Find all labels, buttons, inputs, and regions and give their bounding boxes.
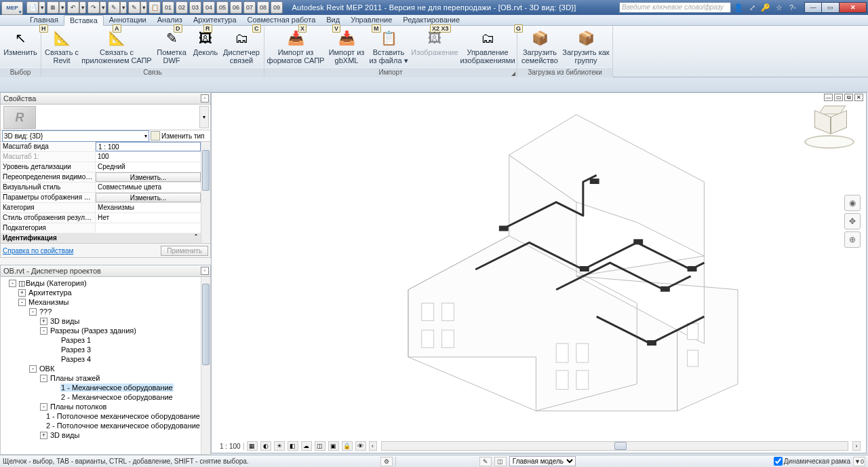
property-row[interactable]: Параметры отображения гр...Изменить...	[1, 193, 201, 203]
infocenter-icon[interactable]: 👤	[732, 1, 745, 14]
qat-button-5[interactable]: ✎	[128, 1, 140, 14]
shadows-icon[interactable]: ◧	[288, 441, 298, 451]
browser-scrollbar[interactable]	[201, 277, 210, 454]
ribbon-button[interactable]: ↖Изменить	[1, 26, 39, 67]
tree-twisty-icon[interactable]: -	[29, 365, 37, 373]
lock-icon[interactable]: 🔒	[342, 441, 353, 451]
qat-dropdown-1[interactable]: ▾	[59, 1, 66, 14]
property-value[interactable]: Изменить...	[96, 193, 201, 202]
ribbon-button[interactable]: 📥Импорт изформатов САПР	[266, 26, 326, 67]
ribbon-button[interactable]: 📦Загрузить какгруппу	[561, 26, 611, 67]
tab-Редактирование[interactable]: Редактирование	[397, 15, 465, 25]
qat-dropdown-5[interactable]: ▾	[140, 1, 147, 14]
qat-button-2[interactable]: ↶	[67, 1, 79, 14]
view-hscrollbar[interactable]	[381, 441, 848, 451]
tab-Аннотации[interactable]: Аннотации	[104, 15, 152, 25]
tree-item[interactable]: Разрез 1	[1, 335, 201, 345]
qat-button-7[interactable]: 01	[162, 1, 174, 14]
ribbon-button[interactable]: 📐Связать сприложением САПР	[81, 26, 153, 67]
status-editable-icon[interactable]: ✎	[479, 457, 492, 466]
tab-Анализ[interactable]: Анализ	[152, 15, 188, 25]
tree-item[interactable]: -Разрезы (Разрез здания)	[1, 326, 201, 335]
app-menu-button[interactable]: MEP	[1, 1, 23, 15]
qat-button-6[interactable]: 📋	[149, 1, 161, 14]
view-max-icon[interactable]: ▭	[834, 94, 843, 101]
minimize-button[interactable]: —	[804, 2, 822, 13]
view-min-icon[interactable]: —	[824, 94, 833, 101]
property-row[interactable]: Визуальный стильСовместимые цвета	[1, 183, 201, 193]
render-icon[interactable]: ☁	[301, 441, 312, 451]
qat-dropdown-3[interactable]: ▾	[100, 1, 106, 14]
exchange-icon[interactable]: ⤢	[746, 1, 758, 14]
status-worksets-icon[interactable]: ⚙	[380, 457, 393, 466]
qat-button-14[interactable]: 08	[257, 1, 269, 14]
favorite-icon[interactable]: ☆	[773, 1, 785, 14]
status-design-options-icon[interactable]: ◫	[494, 457, 507, 466]
tree-item[interactable]: -Планы этажей	[1, 373, 201, 383]
close-button[interactable]: ✕	[840, 2, 867, 13]
ribbon-button[interactable]: 🖼Деколь	[191, 26, 220, 67]
tree-item[interactable]: 2 - Потолочное механическое оборудование	[1, 421, 201, 430]
qat-button-1[interactable]: 🗎	[47, 1, 59, 14]
properties-scrollbar[interactable]	[201, 142, 210, 243]
tab-Главная[interactable]: Главная	[24, 15, 64, 25]
tree-twisty-icon[interactable]: +	[18, 289, 26, 297]
property-value[interactable]: Нет	[96, 213, 201, 223]
view-scale[interactable]: 1 : 100	[217, 443, 244, 450]
property-row[interactable]: Стиль отображения результ...Нет	[1, 213, 201, 223]
maximize-button[interactable]: ▭	[822, 2, 840, 13]
tree-item[interactable]: -ОВК	[1, 364, 201, 373]
browser-close-icon[interactable]: ▫	[201, 267, 209, 275]
property-row[interactable]: КатегорияМеханизмы	[1, 203, 201, 213]
tab-Вставка[interactable]: Вставка	[64, 15, 104, 26]
tree-twisty-icon[interactable]: -	[40, 403, 47, 411]
status-pressdrag-check[interactable]: Динамическая рамка	[774, 457, 850, 466]
apply-button[interactable]: Применить	[161, 246, 208, 256]
key-icon[interactable]: 🔑	[760, 1, 772, 14]
property-value[interactable]: Механизмы	[96, 203, 201, 212]
qat-button-12[interactable]: 06	[230, 1, 242, 14]
qat-button-3[interactable]: ↷	[87, 1, 100, 14]
qat-dropdown-4[interactable]: ▾	[120, 1, 127, 14]
tree-twisty-icon[interactable]: -	[9, 280, 16, 287]
qat-button-8[interactable]: 02	[176, 1, 188, 14]
properties-help-link[interactable]: Справка по свойствам	[3, 247, 161, 255]
tree-item[interactable]: +Архитектура	[1, 288, 201, 297]
tree-twisty-icon[interactable]: +	[40, 318, 47, 325]
viewbar-right-icon[interactable]: ›	[852, 441, 861, 451]
ribbon-button[interactable]: ✎ПометкаDWF	[153, 26, 191, 67]
tree-item[interactable]: -Механизмы	[1, 297, 201, 307]
property-value[interactable]: 1 : 100	[96, 142, 201, 151]
ribbon-button[interactable]: 📐Связать сRevit	[43, 26, 81, 67]
viewbar-expand-icon[interactable]: ‹	[369, 441, 377, 451]
property-row[interactable]: Масштаб вида1 : 100	[1, 142, 201, 152]
tree-twisty-icon[interactable]: -	[18, 299, 26, 306]
tree-item[interactable]: Разрез 3	[1, 345, 201, 354]
drawing-area[interactable]: — ▭ ⧉ ✕ ◉ ✥ ⊕	[211, 92, 867, 453]
search-input[interactable]: Введите ключевое слово/фразу	[619, 2, 731, 13]
tree-item[interactable]: 2 - Механическое оборудование	[1, 392, 201, 402]
qat-button-13[interactable]: 07	[243, 1, 256, 14]
crop-region-icon[interactable]: ▣	[328, 441, 339, 451]
qat-dropdown-2[interactable]: ▾	[79, 1, 86, 14]
tree-item[interactable]: -Планы потолков	[1, 402, 201, 411]
tab-Управление[interactable]: Управление	[345, 15, 397, 25]
property-row[interactable]: Подкатегория	[1, 223, 201, 234]
status-filter-icon[interactable]: ▼0	[853, 457, 865, 466]
property-row[interactable]: Масштаб 1:100	[1, 152, 201, 162]
qat-button-11[interactable]: 05	[216, 1, 229, 14]
tree-item[interactable]: Разрез 4	[1, 354, 201, 364]
tree-twisty-icon[interactable]: +	[40, 432, 47, 439]
crop-view-icon[interactable]: ◫	[315, 441, 326, 451]
qat-button-4[interactable]: ✎	[108, 1, 120, 14]
project-browser-tree[interactable]: -◫ Виды (Категория)+Архитектура-Механизм…	[1, 277, 201, 454]
properties-close-icon[interactable]: ▫	[201, 94, 209, 102]
nav-pan-icon[interactable]: ✥	[844, 213, 861, 229]
detail-level-icon[interactable]: ▦	[247, 441, 258, 451]
ribbon-button[interactable]: 📦Загрузитьсемейство	[519, 26, 561, 67]
ribbon-button[interactable]: 🗂Управлениеизображениями	[460, 26, 515, 67]
tree-item[interactable]: +3D виды	[1, 316, 201, 326]
tab-Архитектура[interactable]: Архитектура	[188, 15, 242, 25]
view-restore-icon[interactable]: ⧉	[844, 94, 853, 101]
tree-item[interactable]: -◫ Виды (Категория)	[1, 278, 201, 288]
